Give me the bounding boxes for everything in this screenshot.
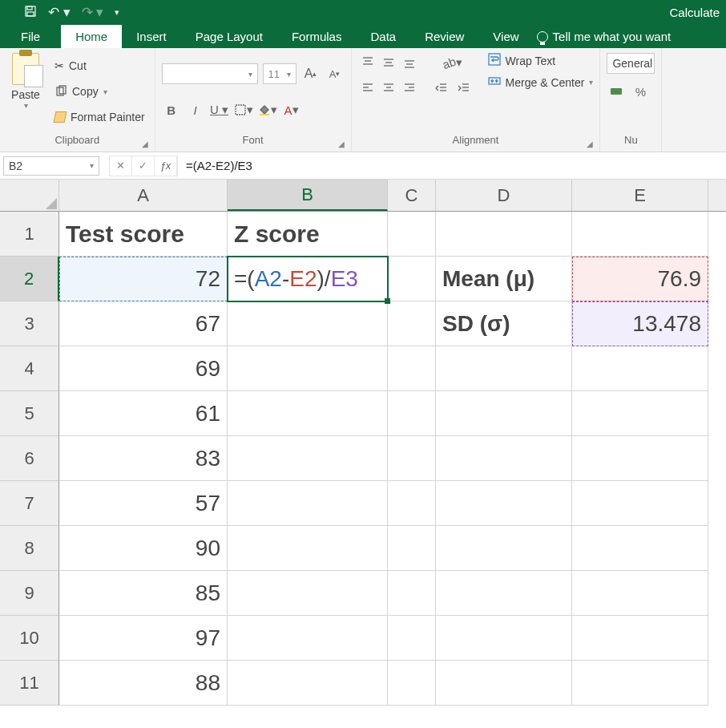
cell-b11[interactable] — [228, 661, 388, 706]
row-header-7[interactable]: 7 — [0, 481, 59, 526]
cell-e11[interactable] — [572, 661, 708, 706]
select-all-corner[interactable] — [0, 180, 59, 212]
bold-icon[interactable]: B — [162, 100, 181, 119]
fill-handle[interactable] — [385, 298, 390, 304]
cell-d2[interactable]: Mean (μ) — [436, 257, 572, 301]
tab-formulas[interactable]: Formulas — [277, 25, 357, 48]
cell-c1[interactable] — [388, 212, 436, 257]
cell-c8[interactable] — [388, 526, 436, 571]
cell-e2[interactable]: 76.9 — [572, 257, 708, 301]
cell-d10[interactable] — [436, 616, 572, 661]
redo-icon[interactable]: ↷ ▾ — [82, 4, 104, 21]
cancel-button[interactable]: ✕ — [110, 156, 132, 176]
cell-e9[interactable] — [572, 571, 708, 616]
font-name-combo[interactable]: ▾ — [162, 63, 258, 84]
col-header-a[interactable]: A — [59, 180, 228, 211]
merge-center-button[interactable]: Merge & Center ▾ — [488, 75, 594, 90]
tab-view[interactable]: View — [478, 25, 533, 48]
customize-qat-icon[interactable]: ▾ — [115, 7, 119, 18]
align-center-icon[interactable] — [379, 79, 398, 98]
alignment-launcher-icon[interactable]: ◢ — [587, 140, 593, 148]
paste-button[interactable]: Paste ▾ — [6, 53, 45, 110]
border-icon[interactable]: ▾ — [234, 100, 253, 119]
tab-page-layout[interactable]: Page Layout — [181, 25, 277, 48]
cell-e5[interactable] — [572, 391, 708, 436]
currency-icon[interactable] — [607, 82, 626, 101]
cell-c9[interactable] — [388, 571, 436, 616]
cell-e1[interactable] — [572, 212, 708, 257]
cell-e6[interactable] — [572, 436, 708, 481]
row-header-1[interactable]: 1 — [0, 212, 59, 257]
font-color-icon[interactable]: A▾ — [282, 100, 301, 119]
decrease-indent-icon[interactable] — [432, 79, 451, 98]
align-left-icon[interactable] — [358, 79, 377, 98]
row-header-8[interactable]: 8 — [0, 526, 59, 571]
row-header-6[interactable]: 6 — [0, 436, 59, 481]
font-launcher-icon[interactable]: ◢ — [338, 140, 345, 148]
cell-a9[interactable]: 85 — [59, 571, 228, 616]
cell-c11[interactable] — [388, 661, 436, 706]
enter-button[interactable]: ✓ — [132, 156, 155, 176]
clipboard-launcher-icon[interactable]: ◢ — [142, 140, 148, 148]
tab-insert[interactable]: Insert — [122, 25, 181, 48]
cell-b1[interactable]: Z score — [228, 212, 388, 257]
cell-d4[interactable] — [436, 346, 572, 391]
cell-b9[interactable] — [228, 571, 388, 616]
formula-input[interactable]: =(A2-E2)/E3 — [178, 159, 726, 172]
cell-c6[interactable] — [388, 436, 436, 481]
increase-font-icon[interactable]: A▴ — [301, 64, 321, 83]
cell-b7[interactable] — [228, 481, 388, 526]
cell-a4[interactable]: 69 — [59, 346, 228, 391]
col-header-c[interactable]: C — [388, 180, 436, 211]
row-header-3[interactable]: 3 — [0, 301, 59, 346]
cell-c5[interactable] — [388, 391, 436, 436]
col-header-b[interactable]: B — [228, 180, 388, 211]
copy-button[interactable]: Copy ▾ — [51, 83, 148, 99]
format-painter-button[interactable]: Format Painter — [51, 109, 148, 125]
number-format-combo[interactable]: General — [607, 53, 655, 74]
cell-a11[interactable]: 88 — [59, 661, 228, 706]
italic-icon[interactable]: I — [186, 100, 205, 119]
cell-d3[interactable]: SD (σ) — [436, 301, 572, 346]
tell-me-search[interactable]: Tell me what you want — [534, 25, 675, 48]
undo-icon[interactable]: ↶ ▾ — [48, 4, 71, 21]
cell-b2[interactable]: =(A2-E2)/E3 — [228, 257, 388, 301]
fill-color-icon[interactable]: ▾ — [258, 100, 277, 119]
cell-d11[interactable] — [436, 661, 572, 706]
row-header-11[interactable]: 11 — [0, 661, 59, 706]
percent-icon[interactable]: % — [631, 82, 650, 101]
cell-c2[interactable] — [388, 257, 436, 301]
tab-review[interactable]: Review — [410, 25, 478, 48]
cell-b4[interactable] — [228, 346, 388, 391]
cut-button[interactable]: Cut — [51, 58, 148, 74]
cell-a8[interactable]: 90 — [59, 526, 228, 571]
fx-button[interactable]: ƒx — [155, 156, 177, 176]
cell-d8[interactable] — [436, 526, 572, 571]
align-top-icon[interactable] — [358, 53, 377, 72]
cell-d9[interactable] — [436, 571, 572, 616]
cell-c3[interactable] — [388, 301, 436, 346]
cell-a1[interactable]: Test score — [59, 212, 228, 257]
cell-c7[interactable] — [388, 481, 436, 526]
align-bottom-icon[interactable] — [400, 53, 419, 72]
cell-a10[interactable]: 97 — [59, 616, 228, 661]
cell-c4[interactable] — [388, 346, 436, 391]
row-header-4[interactable]: 4 — [0, 346, 59, 391]
col-header-e[interactable]: E — [572, 180, 708, 211]
underline-icon[interactable]: U ▾ — [210, 100, 229, 119]
cell-d5[interactable] — [436, 391, 572, 436]
tab-file[interactable]: File — [0, 25, 61, 48]
cell-a5[interactable]: 61 — [59, 391, 228, 436]
cell-a2[interactable]: 72 — [59, 257, 228, 301]
name-box[interactable]: B2 ▾ — [3, 156, 99, 176]
row-header-5[interactable]: 5 — [0, 391, 59, 436]
increase-indent-icon[interactable] — [454, 79, 474, 98]
cell-e10[interactable] — [572, 616, 708, 661]
cell-d1[interactable] — [436, 212, 572, 257]
cell-a7[interactable]: 57 — [59, 481, 228, 526]
cell-d6[interactable] — [436, 436, 572, 481]
row-header-2[interactable]: 2 — [0, 257, 59, 301]
row-header-10[interactable]: 10 — [0, 616, 59, 661]
cell-a3[interactable]: 67 — [59, 301, 228, 346]
cell-c10[interactable] — [388, 616, 436, 661]
